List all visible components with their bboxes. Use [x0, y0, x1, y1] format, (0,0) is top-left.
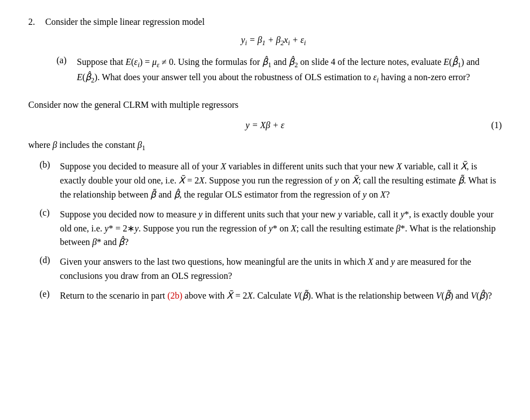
part-2b-link[interactable]: (2b) — [167, 291, 183, 300]
part-e: (e) Return to the scenario in part (2b) … — [40, 289, 502, 303]
part-d: (d) Given your answers to the last two q… — [40, 255, 502, 283]
problem-number-label: 2. — [28, 17, 45, 27]
equation-general-container: y = Xβ + ε (1) — [28, 120, 502, 130]
part-c-label: (c) — [40, 208, 60, 218]
problem-intro-text: Consider the simple linear regression mo… — [45, 17, 502, 91]
clrm-intro-text: Consider now the general CLRM with multi… — [28, 98, 502, 112]
part-d-text: Given your answers to the last two quest… — [60, 255, 502, 283]
sub-parts-container: (b) Suppose you decided to measure all o… — [40, 160, 502, 303]
part-b-label: (b) — [40, 160, 60, 170]
part-d-label: (d) — [40, 255, 60, 265]
part-e-text: Return to the scenario in part (2b) abov… — [60, 289, 502, 303]
part-b-text: Suppose you decided to measure all of yo… — [60, 160, 502, 202]
where-text: where β includes the constant β1 — [28, 138, 502, 154]
main-content: 2. Consider the simple linear regression… — [28, 17, 502, 303]
part-c: (c) Suppose you decided now to measure y… — [40, 208, 502, 250]
clrm-intro: Consider now the general CLRM with multi… — [28, 100, 238, 110]
problem-2: 2. Consider the simple linear regression… — [28, 17, 502, 91]
part-b: (b) Suppose you decided to measure all o… — [40, 160, 502, 202]
equation-simple: yi = β1 + β2xi + εi — [45, 35, 502, 47]
equation-number: (1) — [491, 120, 502, 130]
part-a-container: (a) Suppose that E(εi) = με ≠ 0. Using t… — [57, 55, 502, 86]
equation-simple-text: yi = β1 + β2xi + εi — [241, 35, 306, 45]
part-e-label: (e) — [40, 289, 60, 299]
part-a-label: (a) — [57, 55, 77, 65]
equation-general-content: y = Xβ + ε — [28, 120, 502, 130]
part-c-text: Suppose you decided now to measure y in … — [60, 208, 502, 250]
problem-intro: Consider the simple linear regression mo… — [45, 17, 205, 27]
part-a: (a) Suppose that E(εi) = με ≠ 0. Using t… — [57, 55, 502, 86]
part-a-text: Suppose that E(εi) = με ≠ 0. Using the f… — [77, 55, 502, 86]
